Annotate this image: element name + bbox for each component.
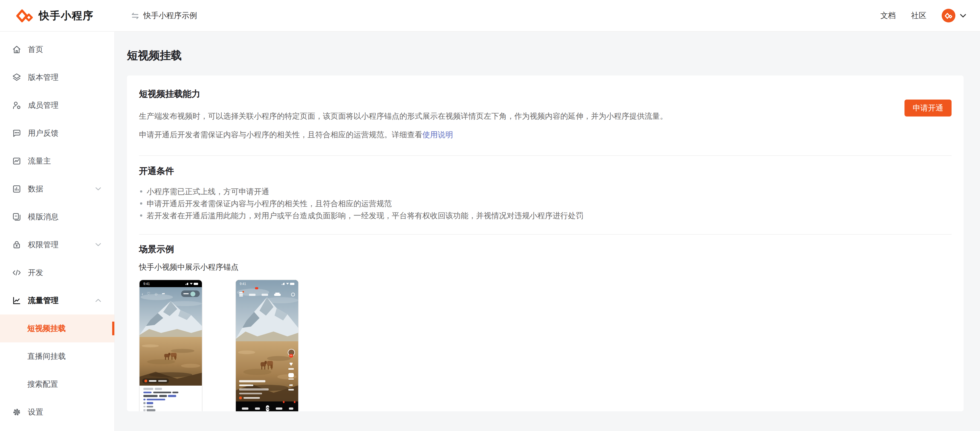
versions-icon — [12, 73, 21, 82]
sidebar-subitem-label: 搜索配置 — [27, 379, 58, 389]
smiley-icon: ☺ — [154, 292, 158, 296]
sidebar-item-label: 权限管理 — [28, 240, 59, 250]
comment-icon — [288, 373, 294, 377]
wifi-icon — [286, 283, 289, 285]
sidebar-subitem-search-config[interactable]: 搜索配置 — [0, 370, 115, 398]
traffic-management-icon — [12, 296, 21, 305]
sidebar-item-feedback[interactable]: 用户反馈 — [0, 119, 115, 147]
miniapp-anchor-icon — [145, 380, 147, 382]
page-title: 短视频挂载 — [127, 48, 980, 63]
switch-icon — [131, 12, 140, 19]
sidebar-item-label: 用户反馈 — [28, 128, 59, 138]
capability-description: 生产端发布视频时，可以选择关联小程序的特定页面，该页面将以小程序锚点的形式展示在… — [139, 107, 861, 144]
heart-icon: ♡ — [147, 291, 151, 296]
signal-icon — [186, 283, 189, 285]
conditions-title: 开通条件 — [139, 166, 951, 177]
condition-item: 申请开通后开发者需保证内容与小程序的相关性，且符合相应的运营规范 — [139, 197, 951, 210]
examples-title: 场景示例 — [139, 244, 951, 255]
sidebar-item-permissions[interactable]: 权限管理 — [0, 231, 115, 259]
sidebar-subitem-label: 直播间挂载 — [27, 351, 66, 361]
signal-icon — [282, 283, 285, 285]
examples-subtitle: 快手小视频中展示小程序锚点 — [139, 262, 951, 272]
battery-icon — [290, 283, 294, 285]
sidebar-item-settings[interactable]: 设置 — [0, 398, 115, 426]
back-icon: ‹ — [142, 292, 143, 296]
tab-selected — [274, 289, 281, 299]
capability-desc-line1: 生产端发布视频时，可以选择关联小程序的特定页面，该页面将以小程序锚点的形式展示在… — [139, 111, 668, 120]
sidebar-item-data[interactable]: 数据 — [0, 175, 115, 203]
video-still-image: ‹ ♡ ☺ ➦ — [140, 287, 202, 387]
video-caption-overlay — [239, 378, 269, 399]
camera-button — [266, 405, 269, 411]
example-screenshots: 9:41 ‹ ♡ ☺ — [139, 280, 951, 411]
account-chevron-down-icon[interactable] — [960, 13, 966, 18]
creator-avatar: + — [288, 349, 295, 356]
usage-doc-link[interactable]: 使用说明 — [422, 130, 453, 139]
feed-top-tabs — [239, 289, 295, 299]
phone-status-bar: 9:41 — [140, 280, 202, 287]
chevron-down-icon — [95, 243, 101, 247]
example-phone-feed-view: 9:41 — [235, 280, 299, 411]
tab-discover — [262, 289, 268, 299]
menu-icon — [239, 292, 243, 296]
main-content: 短视频挂载 短视频挂载能力 生产端发布视频时，可以选择关联小程序的特定页面，该页… — [115, 32, 980, 431]
forward-icon: ➦ — [289, 383, 293, 388]
capability-title: 短视频挂载能力 — [139, 89, 951, 100]
conditions-list: 小程序需已正式上线，方可申请开通 申请开通后开发者需保证内容与小程序的相关性，且… — [139, 185, 951, 221]
lock-icon — [12, 240, 21, 250]
action-rail: + ♥ ➦ — [287, 349, 296, 390]
search-icon — [291, 293, 295, 296]
kuaishou-logo-icon — [15, 8, 34, 23]
sidebar-item-label: 数据 — [28, 184, 43, 194]
members-icon — [12, 101, 21, 110]
sidebar-item-monetization[interactable]: 流量主 — [0, 147, 115, 175]
video-info-panel — [140, 386, 202, 411]
follow-plus-icon: + — [289, 354, 293, 358]
data-icon — [12, 184, 21, 194]
user-avatar[interactable] — [942, 9, 955, 22]
tab-following — [249, 289, 256, 299]
gear-icon — [12, 407, 21, 417]
battery-icon — [194, 283, 198, 285]
home-icon — [12, 45, 21, 54]
content-card: 短视频挂载能力 生产端发布视频时，可以选择关联小程序的特定页面，该页面将以小程序… — [127, 75, 964, 411]
sidebar-item-label: 成员管理 — [28, 100, 59, 110]
sidebar-item-develop[interactable]: 开发 — [0, 259, 115, 286]
sidebar-item-home[interactable]: 首页 — [0, 35, 115, 64]
template-message-icon — [12, 212, 21, 221]
status-time: 9:41 — [240, 282, 246, 285]
nav-community-link[interactable]: 社区 — [911, 11, 926, 21]
apply-open-button[interactable]: 申请开通 — [905, 100, 951, 116]
feedback-icon — [12, 129, 21, 138]
sidebar-item-label: 流量主 — [28, 156, 51, 166]
sidebar-item-label: 设置 — [28, 407, 43, 417]
miniapp-anchor-icon — [239, 396, 242, 399]
like-icon: ♥ — [289, 361, 293, 367]
sidebar-item-label: 流量管理 — [28, 296, 59, 305]
app-switcher[interactable]: 快手小程序示例 — [131, 11, 197, 21]
sidebar-item-template-message[interactable]: 模版消息 — [0, 203, 115, 231]
wifi-icon — [190, 283, 192, 285]
app-window: 快手小程序 快手小程序示例 文档 社区 首页 — [0, 0, 980, 431]
sidebar-subitem-live-room-mount[interactable]: 直播间挂载 — [0, 342, 115, 370]
examples-section: 场景示例 快手小视频中展示小程序锚点 9:41 — [127, 235, 964, 411]
nav-docs-link[interactable]: 文档 — [880, 11, 896, 21]
sidebar-item-traffic-management[interactable]: 流量管理 — [0, 286, 115, 315]
chevron-up-icon — [95, 299, 101, 302]
capability-desc-line2: 申请开通后开发者需保证内容与小程序的相关性，且符合相应的运营规范。详细查看 — [139, 130, 422, 139]
app-switcher-label: 快手小程序示例 — [143, 11, 197, 21]
brand-logo: 快手小程序 — [15, 8, 94, 23]
sidebar-item-versions[interactable]: 版本管理 — [0, 64, 115, 91]
sidebar-item-members[interactable]: 成员管理 — [0, 91, 115, 119]
sidebar-item-label: 模版消息 — [28, 212, 59, 222]
example-phone-detail-view: 9:41 ‹ ♡ ☺ — [139, 280, 202, 411]
sidebar-nav: 首页 版本管理 成员管理 用户反馈 流量主 — [0, 32, 115, 431]
video-nav-overlay: ‹ ♡ ☺ ➦ — [142, 290, 200, 297]
top-header: 快手小程序 快手小程序示例 文档 社区 — [0, 0, 980, 32]
miniapp-anchor-pill — [142, 379, 169, 383]
sidebar-subitem-short-video-mount[interactable]: 短视频挂载 — [0, 315, 115, 342]
code-icon — [12, 268, 21, 277]
condition-item: 小程序需已正式上线，方可申请开通 — [139, 185, 951, 197]
active-indicator-bar — [112, 321, 115, 335]
sidebar-subitem-label: 短视频挂载 — [27, 323, 66, 333]
